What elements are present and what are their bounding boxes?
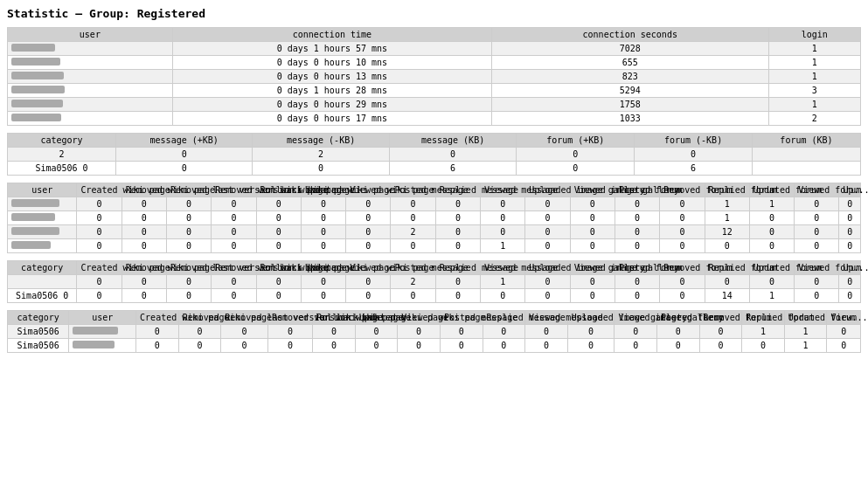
table-row: 0 days 0 hours 10 mns 655 1	[8, 56, 861, 70]
category-summary-table-1: category Created wiki page Removed wiki …	[7, 260, 861, 303]
col-login: login	[768, 28, 860, 42]
stats-table-1: user Created wiki page Removed wiki page…	[7, 183, 861, 253]
table-row: 0 days 0 hours 13 mns 823 1	[8, 70, 861, 84]
connection-table: user connection time connection seconds …	[7, 27, 861, 126]
table-row: 0 days 1 hours 57 mns 7028 1	[8, 42, 861, 56]
table-row: 0 days 0 hours 17 mns 1033 2	[8, 112, 861, 126]
col-user: user	[8, 28, 173, 42]
page-title: Statistic — Group: Registered	[7, 7, 861, 20]
msg-forum-summary-table: category message (+KB) message (-KB) mes…	[7, 133, 861, 176]
col-conn-sec: connection seconds	[492, 28, 769, 42]
table-row: 0 days 0 hours 29 mns 1758 1	[8, 98, 861, 112]
bottom-stats-table: category user Created wiki page Removed …	[7, 310, 861, 353]
table-row: 0 days 1 hours 28 mns 5294 3	[8, 84, 861, 98]
col-conn-time: connection time	[172, 28, 491, 42]
